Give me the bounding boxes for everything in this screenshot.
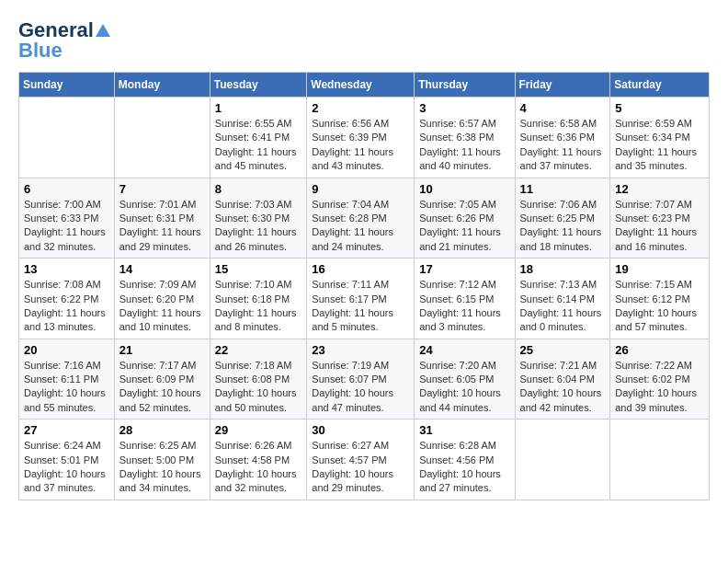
calendar-cell: 2Sunrise: 6:56 AMSunset: 6:39 PMDaylight… <box>307 98 415 178</box>
calendar-cell <box>114 98 210 178</box>
calendar-cell: 21Sunrise: 7:17 AMSunset: 6:09 PMDayligh… <box>114 339 210 419</box>
day-info: Sunrise: 7:22 AMSunset: 6:02 PMDaylight:… <box>615 359 704 416</box>
day-info: Sunrise: 6:26 AMSunset: 4:58 PMDaylight:… <box>215 439 302 496</box>
calendar-cell: 19Sunrise: 7:15 AMSunset: 6:12 PMDayligh… <box>610 259 710 339</box>
weekday-header-monday: Monday <box>114 73 210 98</box>
weekday-header-tuesday: Tuesday <box>210 73 307 98</box>
day-number: 11 <box>520 182 606 196</box>
day-info: Sunrise: 7:07 AMSunset: 6:23 PMDaylight:… <box>615 198 704 255</box>
day-number: 21 <box>119 343 205 357</box>
svg-marker-0 <box>96 24 110 37</box>
calendar-table: SundayMondayTuesdayWednesdayThursdayFrid… <box>18 72 710 500</box>
calendar-cell <box>610 419 710 500</box>
day-info: Sunrise: 6:28 AMSunset: 4:56 PMDaylight:… <box>419 439 509 496</box>
weekday-header-friday: Friday <box>515 73 610 98</box>
day-info: Sunrise: 6:56 AMSunset: 6:39 PMDaylight:… <box>312 117 409 174</box>
day-info: Sunrise: 7:09 AMSunset: 6:20 PMDaylight:… <box>119 278 205 335</box>
day-info: Sunrise: 7:17 AMSunset: 6:09 PMDaylight:… <box>119 359 205 416</box>
day-number: 4 <box>520 101 606 115</box>
day-number: 9 <box>312 182 409 196</box>
day-number: 15 <box>215 262 302 276</box>
calendar-week-4: 20Sunrise: 7:16 AMSunset: 6:11 PMDayligh… <box>19 339 710 419</box>
day-info: Sunrise: 7:15 AMSunset: 6:12 PMDaylight:… <box>615 278 704 335</box>
calendar-cell: 16Sunrise: 7:11 AMSunset: 6:17 PMDayligh… <box>307 259 415 339</box>
day-number: 20 <box>24 343 109 357</box>
day-info: Sunrise: 6:27 AMSunset: 4:57 PMDaylight:… <box>312 439 409 496</box>
day-info: Sunrise: 7:05 AMSunset: 6:26 PMDaylight:… <box>419 198 509 255</box>
weekday-header-saturday: Saturday <box>610 73 710 98</box>
calendar-cell: 14Sunrise: 7:09 AMSunset: 6:20 PMDayligh… <box>114 259 210 339</box>
day-info: Sunrise: 6:57 AMSunset: 6:38 PMDaylight:… <box>419 117 509 174</box>
day-number: 2 <box>312 101 409 115</box>
day-info: Sunrise: 7:08 AMSunset: 6:22 PMDaylight:… <box>24 278 109 335</box>
day-number: 23 <box>312 343 409 357</box>
calendar-cell: 27Sunrise: 6:24 AMSunset: 5:01 PMDayligh… <box>19 419 115 500</box>
calendar-week-5: 27Sunrise: 6:24 AMSunset: 5:01 PMDayligh… <box>19 419 710 500</box>
day-info: Sunrise: 7:19 AMSunset: 6:07 PMDaylight:… <box>312 359 409 416</box>
calendar-cell: 18Sunrise: 7:13 AMSunset: 6:14 PMDayligh… <box>515 259 610 339</box>
page-header: General Blue <box>18 18 710 63</box>
day-number: 3 <box>419 101 509 115</box>
day-number: 26 <box>615 343 704 357</box>
calendar-cell: 1Sunrise: 6:55 AMSunset: 6:41 PMDaylight… <box>210 98 307 178</box>
day-info: Sunrise: 7:04 AMSunset: 6:28 PMDaylight:… <box>312 198 409 255</box>
day-number: 14 <box>119 262 205 276</box>
calendar-body: 1Sunrise: 6:55 AMSunset: 6:41 PMDaylight… <box>19 98 710 500</box>
calendar-cell: 28Sunrise: 6:25 AMSunset: 5:00 PMDayligh… <box>114 419 210 500</box>
day-number: 31 <box>419 423 509 437</box>
day-number: 25 <box>520 343 606 357</box>
calendar-cell: 24Sunrise: 7:20 AMSunset: 6:05 PMDayligh… <box>415 339 515 419</box>
day-number: 8 <box>215 182 302 196</box>
calendar-cell: 5Sunrise: 6:59 AMSunset: 6:34 PMDaylight… <box>610 98 710 178</box>
weekday-header-wednesday: Wednesday <box>307 73 415 98</box>
calendar-cell: 9Sunrise: 7:04 AMSunset: 6:28 PMDaylight… <box>307 178 415 259</box>
day-number: 7 <box>119 182 205 196</box>
day-number: 13 <box>24 262 109 276</box>
calendar-cell: 10Sunrise: 7:05 AMSunset: 6:26 PMDayligh… <box>415 178 515 259</box>
day-info: Sunrise: 6:55 AMSunset: 6:41 PMDaylight:… <box>215 117 302 174</box>
day-info: Sunrise: 6:24 AMSunset: 5:01 PMDaylight:… <box>24 439 109 496</box>
logo: General Blue <box>18 18 111 63</box>
day-number: 12 <box>615 182 704 196</box>
day-info: Sunrise: 6:25 AMSunset: 5:00 PMDaylight:… <box>119 439 205 496</box>
day-number: 1 <box>215 101 302 115</box>
day-info: Sunrise: 7:11 AMSunset: 6:17 PMDaylight:… <box>312 278 409 335</box>
day-info: Sunrise: 7:03 AMSunset: 6:30 PMDaylight:… <box>215 198 302 255</box>
calendar-cell: 6Sunrise: 7:00 AMSunset: 6:33 PMDaylight… <box>19 178 115 259</box>
calendar-cell: 4Sunrise: 6:58 AMSunset: 6:36 PMDaylight… <box>515 98 610 178</box>
calendar-cell: 7Sunrise: 7:01 AMSunset: 6:31 PMDaylight… <box>114 178 210 259</box>
calendar-cell: 23Sunrise: 7:19 AMSunset: 6:07 PMDayligh… <box>307 339 415 419</box>
calendar-cell: 22Sunrise: 7:18 AMSunset: 6:08 PMDayligh… <box>210 339 307 419</box>
calendar-week-1: 1Sunrise: 6:55 AMSunset: 6:41 PMDaylight… <box>19 98 710 178</box>
calendar-cell <box>515 419 610 500</box>
calendar-cell: 17Sunrise: 7:12 AMSunset: 6:15 PMDayligh… <box>415 259 515 339</box>
day-number: 18 <box>520 262 606 276</box>
calendar-header-row: SundayMondayTuesdayWednesdayThursdayFrid… <box>19 73 710 98</box>
calendar-cell: 12Sunrise: 7:07 AMSunset: 6:23 PMDayligh… <box>610 178 710 259</box>
day-info: Sunrise: 7:06 AMSunset: 6:25 PMDaylight:… <box>520 198 606 255</box>
calendar-week-3: 13Sunrise: 7:08 AMSunset: 6:22 PMDayligh… <box>19 259 710 339</box>
day-number: 6 <box>24 182 109 196</box>
calendar-cell: 29Sunrise: 6:26 AMSunset: 4:58 PMDayligh… <box>210 419 307 500</box>
day-number: 16 <box>312 262 409 276</box>
calendar-week-2: 6Sunrise: 7:00 AMSunset: 6:33 PMDaylight… <box>19 178 710 259</box>
day-info: Sunrise: 7:13 AMSunset: 6:14 PMDaylight:… <box>520 278 606 335</box>
calendar-cell: 15Sunrise: 7:10 AMSunset: 6:18 PMDayligh… <box>210 259 307 339</box>
day-number: 29 <box>215 423 302 437</box>
day-number: 30 <box>312 423 409 437</box>
calendar-cell: 11Sunrise: 7:06 AMSunset: 6:25 PMDayligh… <box>515 178 610 259</box>
calendar-cell: 20Sunrise: 7:16 AMSunset: 6:11 PMDayligh… <box>19 339 115 419</box>
day-info: Sunrise: 7:12 AMSunset: 6:15 PMDaylight:… <box>419 278 509 335</box>
day-number: 5 <box>615 101 704 115</box>
day-info: Sunrise: 7:00 AMSunset: 6:33 PMDaylight:… <box>24 198 109 255</box>
weekday-header-sunday: Sunday <box>19 73 115 98</box>
weekday-header-thursday: Thursday <box>415 73 515 98</box>
day-info: Sunrise: 7:16 AMSunset: 6:11 PMDaylight:… <box>24 359 109 416</box>
day-info: Sunrise: 6:59 AMSunset: 6:34 PMDaylight:… <box>615 117 704 174</box>
day-number: 24 <box>419 343 509 357</box>
day-info: Sunrise: 7:21 AMSunset: 6:04 PMDaylight:… <box>520 359 606 416</box>
day-info: Sunrise: 7:10 AMSunset: 6:18 PMDaylight:… <box>215 278 302 335</box>
day-info: Sunrise: 7:18 AMSunset: 6:08 PMDaylight:… <box>215 359 302 416</box>
day-number: 17 <box>419 262 509 276</box>
calendar-cell: 13Sunrise: 7:08 AMSunset: 6:22 PMDayligh… <box>19 259 115 339</box>
